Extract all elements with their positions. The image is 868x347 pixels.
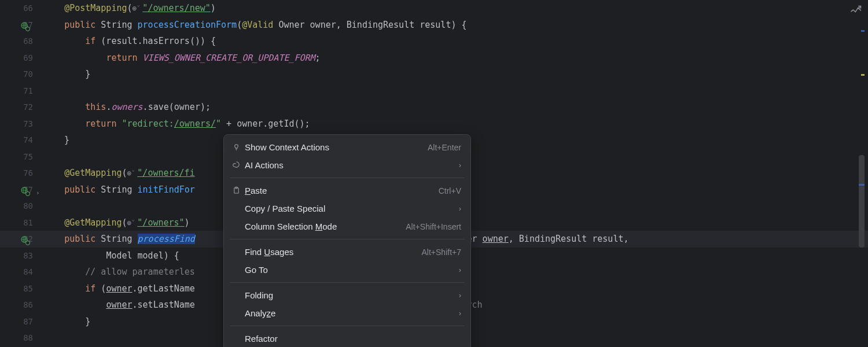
url-mapping-icon[interactable] [21, 185, 30, 194]
menu-column-selection[interactable]: Column Selection Mode Alt+Shift+Insert [224, 217, 470, 235]
url-mapping-icon[interactable] [21, 20, 30, 29]
line-72: 72 [0, 99, 43, 116]
chevron-right-icon: › [459, 161, 461, 169]
menu-analyze[interactable]: Analyze › [224, 304, 470, 322]
line-87: 87 [0, 313, 43, 330]
line-75: 75 [0, 149, 43, 165]
line-84: 84 [0, 264, 43, 280]
chevron-right-icon: › [459, 309, 461, 318]
scrollbar-track[interactable] [858, 22, 865, 347]
url-mapping-icon[interactable] [21, 234, 30, 243]
ai-spiral-icon [232, 161, 245, 169]
chevron-right-icon: › [459, 204, 461, 213]
svg-point-11 [26, 241, 30, 245]
menu-ai-actions[interactable]: AI Actions › [224, 156, 470, 174]
menu-show-context-actions[interactable]: Show Context Actions Alt+Enter [224, 138, 470, 156]
menu-folding[interactable]: Folding › [224, 286, 470, 304]
url-globe-icon: ⊕ [127, 169, 132, 178]
editor-context-menu: Show Context Actions Alt+Enter AI Action… [223, 134, 471, 347]
line-69: 69 [0, 50, 43, 67]
url-globe-icon: ⊕ [127, 219, 132, 227]
line-81: 81 [0, 215, 43, 231]
line-70: 70 [0, 66, 43, 83]
gutter: 66 67 68 69 70 71 72 73 74 75 76 77 › 80… [0, 0, 43, 347]
line-73: 73 [0, 116, 43, 132]
line-71: 71 [0, 83, 43, 99]
menu-separator [230, 326, 465, 326]
line-85: 85 [0, 280, 43, 297]
line-82: 82 [0, 231, 43, 248]
menu-go-to[interactable]: Go To › [224, 261, 470, 279]
right-rail [846, 0, 868, 347]
line-76: 76 [0, 165, 43, 182]
line-88: 88 [0, 330, 43, 346]
menu-separator [230, 239, 465, 239]
svg-point-7 [26, 191, 30, 195]
line-86: 86 [0, 297, 43, 313]
menu-paste[interactable]: Paste Ctrl+V [224, 182, 470, 200]
menu-refactor[interactable]: Refactor [224, 330, 470, 347]
chevron-right-icon: › [459, 291, 461, 300]
line-80: 80 [0, 198, 43, 215]
performance-icon[interactable] [851, 5, 863, 17]
menu-copy-paste-special[interactable]: Copy / Paste Special › [224, 200, 470, 217]
svg-point-3 [26, 27, 30, 31]
chevron-right-icon: › [459, 265, 461, 274]
line-66: 66 [0, 0, 43, 17]
menu-find-usages[interactable]: Find Usages Alt+Shift+7 [224, 243, 470, 261]
menu-separator [230, 282, 465, 283]
line-74: 74 [0, 132, 43, 149]
line-67: 67 [0, 17, 43, 34]
line-83: 83 [0, 248, 43, 264]
line-68: 68 [0, 33, 43, 50]
menu-separator [230, 178, 465, 178]
clipboard-icon [232, 186, 245, 195]
line-77: 77 › [0, 182, 43, 198]
lightbulb-icon [232, 143, 245, 152]
url-globe-icon: ⊕ [133, 4, 137, 13]
scrollbar-thumb[interactable] [859, 155, 865, 248]
